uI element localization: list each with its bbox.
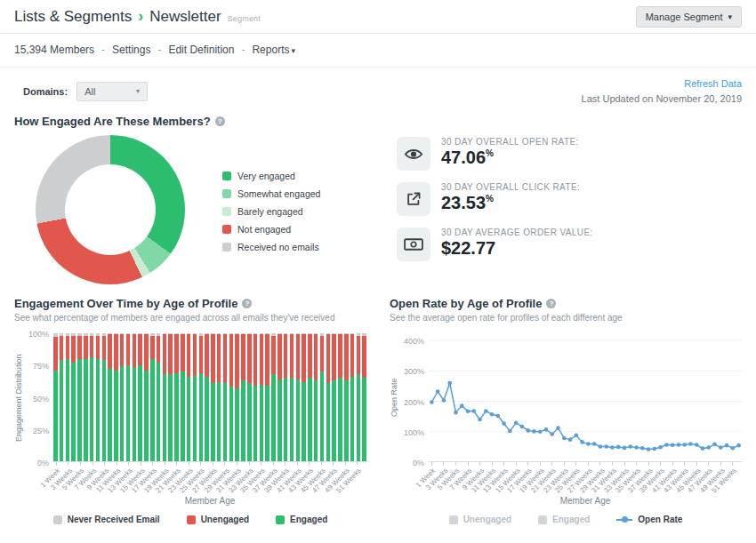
open-rate-chart: Open Rate by Age of Profile ? See the av… xyxy=(390,297,742,524)
stacked-bar xyxy=(66,333,70,461)
stacked-bar xyxy=(247,333,252,461)
bar-plot-area: Engagement Distribution 0%25%50%75%100% … xyxy=(14,333,366,506)
refresh-data-link[interactable]: Refresh Data xyxy=(582,76,742,92)
stacked-bar xyxy=(90,333,94,461)
stacked-bar xyxy=(320,333,325,461)
legend-swatch xyxy=(222,225,231,234)
settings-link[interactable]: Settings xyxy=(112,44,150,56)
domains-label: Domains: xyxy=(23,86,68,97)
reports-menu[interactable]: Reports▾ xyxy=(252,44,295,56)
legend-item[interactable]: Engaged xyxy=(276,515,327,524)
bar-segment-unengaged xyxy=(120,334,125,366)
bar-segment-engaged xyxy=(344,380,349,461)
stacked-bar xyxy=(120,333,125,461)
legend-label: Engaged xyxy=(552,515,590,524)
line-chart-legend: UnengagedEngagedOpen Rate xyxy=(390,515,742,524)
help-icon[interactable]: ? xyxy=(242,299,252,308)
open-rate-unit: % xyxy=(486,148,494,158)
x-tick-mark xyxy=(68,462,68,466)
stacked-bar xyxy=(357,333,361,461)
stacked-bar xyxy=(235,333,239,461)
donut-legend-item[interactable]: Barely engaged xyxy=(222,206,320,217)
bar-segment-engaged xyxy=(265,386,269,461)
line-chart-title-text: Open Rate by Age of Profile xyxy=(390,297,542,310)
x-tick-mark xyxy=(431,462,432,466)
line-plot-area: Open Rate 0%100%200%300%400% 1 Week3 Wee… xyxy=(390,333,742,506)
bar-segment-unengaged xyxy=(217,334,221,381)
x-tick-mark xyxy=(104,462,105,466)
caret-down-icon: ▾ xyxy=(291,46,295,55)
x-tick-mark xyxy=(516,462,517,466)
legend-item[interactable]: Engaged xyxy=(538,515,590,524)
bar-segment-unengaged xyxy=(296,334,301,379)
help-icon[interactable]: ? xyxy=(546,299,556,308)
stacked-bar xyxy=(174,333,179,461)
breadcrumb-lists-segments[interactable]: Lists & Segments xyxy=(14,8,132,26)
bar-segment-unengaged xyxy=(314,334,318,380)
x-tick-mark xyxy=(708,462,709,466)
stacked-bar xyxy=(284,333,288,461)
x-tick-mark xyxy=(200,462,201,466)
x-tick-mark xyxy=(443,462,444,466)
click-rate-number: 23.53 xyxy=(441,193,486,212)
domains-select[interactable]: All ▾ xyxy=(76,82,148,101)
bar-segment-engaged xyxy=(277,379,282,461)
stacked-bar xyxy=(217,333,221,461)
dashboard-page: Lists & Segments › Newsletter Segment Ma… xyxy=(0,0,756,524)
stacked-bar xyxy=(114,333,118,461)
bar-chart-title-text: Engagement Over Time by Age of Profile xyxy=(14,297,237,310)
donut-legend: Very engagedSomewhat engagedBarely engag… xyxy=(222,171,320,284)
line-y-axis-title: Open Rate xyxy=(390,333,400,462)
stacked-bar xyxy=(265,333,269,461)
manage-segment-button[interactable]: Manage Segment ▾ xyxy=(636,6,742,28)
donut-legend-item[interactable]: Not engaged xyxy=(222,224,320,235)
legend-swatch xyxy=(276,515,285,524)
donut-legend-item[interactable]: Received no emails xyxy=(222,242,320,252)
stacked-bar xyxy=(350,333,355,461)
help-icon[interactable]: ? xyxy=(215,116,225,126)
x-tick-mark xyxy=(189,462,189,466)
stacked-bar xyxy=(60,333,64,461)
top-bar: Lists & Segments › Newsletter Segment Ma… xyxy=(0,0,756,34)
bar-segment-unengaged xyxy=(223,334,228,383)
donut-hole xyxy=(65,164,156,255)
x-tick-mark xyxy=(128,462,129,466)
bar-chart-title: Engagement Over Time by Age of Profile ? xyxy=(14,297,366,310)
x-tick-mark xyxy=(117,462,117,466)
legend-swatch xyxy=(53,515,62,524)
legend-item[interactable]: Never Received Email xyxy=(53,515,160,524)
bar-segment-engaged xyxy=(108,369,112,461)
bar-segment-engaged xyxy=(350,377,355,461)
bar-segment-engaged xyxy=(174,373,179,461)
manage-segment-label: Manage Segment xyxy=(646,12,723,22)
x-tick-mark xyxy=(479,462,480,466)
bar-segment-engaged xyxy=(168,374,173,461)
legend-label: Never Received Email xyxy=(68,515,160,524)
legend-item[interactable]: Unengaged xyxy=(449,515,511,524)
stacked-bar xyxy=(71,333,76,461)
bar-segment-unengaged xyxy=(138,334,142,365)
stacked-bar xyxy=(260,333,264,461)
bar-segment-engaged xyxy=(362,378,366,461)
legend-item[interactable]: Unengaged xyxy=(187,515,249,524)
y-tick-label: 400% xyxy=(404,337,424,346)
separator: - xyxy=(101,44,105,56)
x-tick-mark xyxy=(696,462,697,466)
bar-segment-unengaged xyxy=(326,334,331,383)
donut-legend-item[interactable]: Somewhat engaged xyxy=(222,188,320,199)
stacked-bar xyxy=(53,333,58,461)
engagement-title-text: How Engaged Are These Members? xyxy=(14,115,211,128)
bar-segment-unengaged xyxy=(114,334,118,370)
stacked-bar xyxy=(157,333,161,461)
stacked-bar xyxy=(108,333,112,461)
x-tick-mark xyxy=(527,462,528,466)
legend-label: Received no emails xyxy=(237,242,319,252)
bar-segment-engaged xyxy=(120,366,125,461)
donut-legend-item[interactable]: Very engaged xyxy=(222,171,320,181)
x-tick-mark xyxy=(492,462,493,466)
x-tick-mark xyxy=(165,462,165,466)
edit-definition-link[interactable]: Edit Definition xyxy=(168,44,234,56)
bar-segment-unengaged xyxy=(193,334,197,375)
bar-segment-engaged xyxy=(241,380,245,461)
legend-item[interactable]: Open Rate xyxy=(616,515,682,524)
